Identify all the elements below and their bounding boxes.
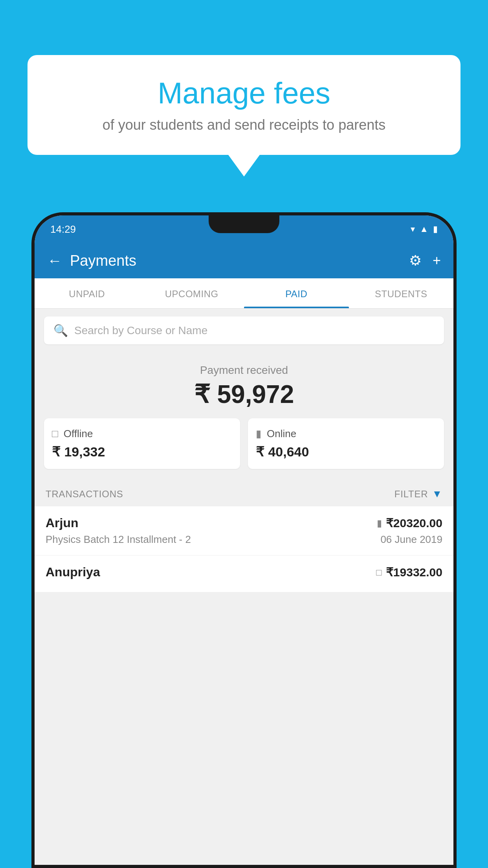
online-card-header: ▮ Online: [256, 428, 436, 440]
speech-bubble: Manage fees of your students and send re…: [28, 55, 460, 155]
search-bar[interactable]: 🔍 Search by Course or Name: [44, 316, 444, 344]
speech-bubble-subtitle: of your students and send receipts to pa…: [51, 117, 437, 133]
transaction-top-2: Anupriya □ ₹19332.00: [46, 565, 442, 579]
filter-icon: ▼: [432, 488, 442, 500]
offline-payment-card: □ Offline ₹ 19,332: [44, 418, 240, 469]
transaction-course-1: Physics Batch 12 Installment - 2: [46, 533, 191, 546]
payment-total-amount: ₹ 59,972: [44, 380, 444, 409]
offline-label: Offline: [64, 428, 93, 440]
search-icon: 🔍: [53, 324, 68, 337]
status-time: 14:29: [50, 223, 76, 235]
phone-content: 🔍 Search by Course or Name Payment recei…: [35, 309, 453, 592]
table-row[interactable]: Anupriya □ ₹19332.00: [35, 555, 453, 592]
transaction-name-1: Arjun: [46, 516, 79, 530]
online-label: Online: [267, 428, 296, 440]
status-bar: 14:29 ▾ ▲ ▮: [35, 215, 453, 243]
transaction-top-1: Arjun ▮ ₹20320.00: [46, 516, 442, 530]
online-amount: ₹ 40,640: [256, 444, 436, 460]
transaction-bottom-1: Physics Batch 12 Installment - 2 06 June…: [46, 533, 442, 546]
payment-cards: □ Offline ₹ 19,332 ▮ Online ₹ 40,640: [44, 418, 444, 469]
offline-card-header: □ Offline: [52, 428, 232, 440]
transaction-name-2: Anupriya: [46, 565, 100, 579]
offline-icon: □: [52, 428, 58, 440]
offline-icon-2: □: [376, 567, 382, 578]
header-right: ⚙ +: [409, 252, 441, 269]
speech-bubble-arrow: [228, 155, 260, 177]
transactions-header: TRANSACTIONS FILTER ▼: [35, 478, 453, 506]
phone-frame: 14:29 ▾ ▲ ▮ ← Payments ⚙ + UNPAID UPCOMI…: [31, 212, 457, 868]
status-icons: ▾ ▲ ▮: [411, 224, 438, 234]
transaction-amount-2: ₹19332.00: [386, 565, 442, 579]
online-payment-card: ▮ Online ₹ 40,640: [248, 418, 444, 469]
signal-icon: ▲: [420, 224, 428, 234]
settings-icon[interactable]: ⚙: [409, 252, 422, 269]
transaction-amount-container-1: ▮ ₹20320.00: [377, 516, 442, 530]
card-icon-1: ▮: [377, 518, 382, 529]
offline-amount: ₹ 19,332: [52, 444, 232, 460]
transaction-amount-container-2: □ ₹19332.00: [376, 565, 442, 579]
app-header: ← Payments ⚙ +: [35, 243, 453, 278]
header-left: ← Payments: [47, 252, 136, 269]
battery-icon: ▮: [433, 224, 438, 234]
transaction-amount-1: ₹20320.00: [386, 516, 442, 530]
tab-unpaid[interactable]: UNPAID: [35, 278, 139, 308]
tab-paid[interactable]: PAID: [244, 278, 349, 308]
tabs-bar: UNPAID UPCOMING PAID STUDENTS: [35, 278, 453, 309]
wifi-icon: ▾: [411, 224, 415, 234]
filter-button[interactable]: FILTER ▼: [394, 488, 442, 500]
speech-bubble-container: Manage fees of your students and send re…: [28, 55, 460, 177]
tab-upcoming[interactable]: UPCOMING: [139, 278, 244, 308]
payment-received-section: Payment received ₹ 59,972 □ Offline ₹ 19…: [35, 352, 453, 478]
add-icon[interactable]: +: [433, 252, 441, 269]
header-title: Payments: [70, 252, 136, 269]
filter-label: FILTER: [394, 489, 428, 500]
back-button[interactable]: ←: [47, 252, 62, 269]
transaction-date-1: 06 June 2019: [380, 533, 442, 546]
online-icon: ▮: [256, 428, 261, 440]
table-row[interactable]: Arjun ▮ ₹20320.00 Physics Batch 12 Insta…: [35, 506, 453, 555]
transactions-label: TRANSACTIONS: [46, 489, 123, 500]
payment-received-label: Payment received: [44, 364, 444, 377]
search-placeholder: Search by Course or Name: [74, 324, 207, 337]
tab-students[interactable]: STUDENTS: [349, 278, 454, 308]
phone-inner: 14:29 ▾ ▲ ▮ ← Payments ⚙ + UNPAID UPCOMI…: [35, 215, 453, 865]
speech-bubble-title: Manage fees: [51, 77, 437, 110]
